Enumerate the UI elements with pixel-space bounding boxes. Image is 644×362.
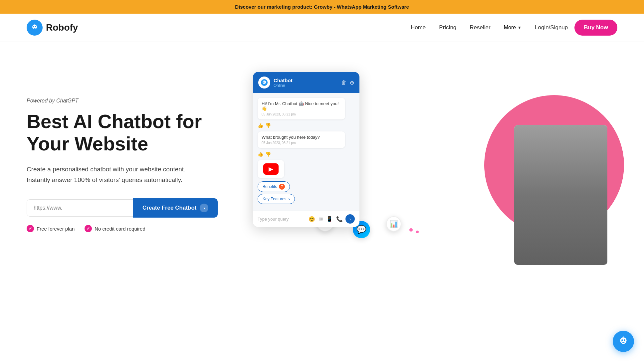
nav-link-pricing[interactable]: Pricing: [439, 24, 456, 31]
chat-action-icons: 😊 ✉ 📱 📞: [309, 216, 343, 222]
chat-body: Hi! I'm Mr. Chatbot 🤖 Nice to meet you! …: [253, 93, 359, 211]
svg-point-2: [33, 26, 34, 27]
nav-item-reseller[interactable]: Reseller: [470, 24, 490, 31]
float-sheets-icon: 📊: [386, 216, 401, 232]
svg-point-9: [264, 82, 265, 83]
hero-title-line1: Best AI Chatbot for: [27, 110, 202, 132]
url-input-field[interactable]: [27, 199, 133, 217]
chat-header: Chatbot Online 🗑 ⊕: [253, 72, 359, 93]
youtube-play-icon[interactable]: ▶: [263, 163, 279, 175]
logo-icon: [27, 20, 43, 36]
benefits-count: 7: [279, 184, 285, 190]
svg-point-5: [34, 24, 35, 25]
settings-icon[interactable]: ⊕: [350, 80, 354, 86]
youtube-embed[interactable]: ▶: [258, 160, 284, 178]
chat-bot-avatar: [258, 77, 270, 89]
chat-msg-1-time: 05 Jun 2023, 05:21 pm: [262, 112, 341, 116]
svg-point-3: [35, 26, 36, 27]
hero-left-content: Powered by ChatGPT Best AI Chatbot for Y…: [27, 98, 233, 232]
logo-text: Robofy: [46, 22, 78, 33]
url-input-form: Create Free Chatbot ›: [27, 198, 233, 218]
hero-right-illustration: Chatbot Online 🗑 ⊕ Hi! I'm Mr. Chatbot 🤖…: [233, 65, 617, 265]
chat-input-placeholder: Type your query: [258, 217, 306, 222]
login-signup-link[interactable]: Login/Signup: [535, 24, 568, 31]
thumbs-down-icon[interactable]: 👎: [265, 123, 271, 128]
more-dropdown-btn[interactable]: More ▼: [504, 25, 522, 31]
arrow-right-icon: ›: [200, 204, 208, 212]
hero-description: Create a personalised chatbot with your …: [27, 164, 206, 185]
chatbot-status: Online: [274, 83, 338, 88]
chat-send-button[interactable]: ›: [345, 214, 355, 224]
trash-icon[interactable]: 🗑: [341, 80, 346, 86]
chat-reactions-2: 👍 👎: [258, 151, 355, 157]
chat-header-actions: 🗑 ⊕: [341, 80, 354, 86]
chat-input-area: Type your query 😊 ✉ 📱 📞 ›: [253, 211, 359, 227]
benefits-chip[interactable]: Benefits 7: [258, 181, 290, 192]
trust-badges: ✓ Free forever plan ✓ No credit card req…: [27, 225, 233, 232]
sheets-emoji: 📊: [390, 220, 398, 228]
hero-section: Powered by ChatGPT Best AI Chatbot for Y…: [0, 42, 644, 281]
hero-title-line2: Your Website: [27, 133, 148, 154]
thumbs-up-2-icon[interactable]: 👍: [258, 151, 263, 157]
chat-widget: Chatbot Online 🗑 ⊕ Hi! I'm Mr. Chatbot 🤖…: [253, 72, 359, 227]
thumbs-down-2-icon[interactable]: 👎: [265, 151, 271, 157]
email-icon[interactable]: ✉: [319, 216, 323, 222]
svg-point-8: [263, 82, 264, 83]
chat-msg-2-text: What brought you here today?: [262, 135, 320, 140]
create-chatbot-label: Create Free Chatbot: [142, 205, 196, 211]
more-label: More: [504, 25, 516, 31]
key-features-label: Key Features: [263, 197, 286, 201]
nav-link-home[interactable]: Home: [411, 24, 426, 31]
connector-dot-2: [416, 231, 419, 233]
logo[interactable]: Robofy: [27, 20, 78, 36]
chat-reactions-1: 👍 👎: [258, 123, 355, 128]
badge-no-card: ✓ No credit card required: [85, 225, 145, 232]
chat-header-info: Chatbot Online: [274, 78, 338, 88]
benefits-label: Benefits: [263, 184, 277, 189]
svg-point-7: [263, 81, 266, 84]
badge-no-card-label: No credit card required: [95, 226, 145, 232]
nav-item-home[interactable]: Home: [411, 24, 426, 31]
woman-silhouette: [514, 125, 607, 265]
chevron-down-icon: ▼: [518, 25, 522, 30]
nav-links: Home Pricing Reseller More ▼: [411, 24, 522, 31]
chat-msg-2-time: 05 Jun 2023, 05:21 pm: [262, 141, 341, 145]
nav-item-pricing[interactable]: Pricing: [439, 24, 456, 31]
check-icon-free: ✓: [27, 225, 34, 232]
emoji-icon[interactable]: 😊: [309, 216, 315, 222]
badge-free-label: Free forever plan: [37, 226, 75, 232]
top-banner[interactable]: Discover our marketing product: Growby -…: [0, 0, 644, 14]
navbar: Robofy Home Pricing Reseller More ▼ Logi…: [0, 14, 644, 42]
chat-msg-1-text: Hi! I'm Mr. Chatbot 🤖 Nice to meet you! …: [262, 101, 339, 111]
whatsapp-small-icon[interactable]: 📱: [326, 216, 333, 222]
messenger-emoji: 💬: [356, 225, 366, 234]
chatbot-name: Chatbot: [274, 78, 338, 83]
nav-link-reseller[interactable]: Reseller: [470, 24, 490, 31]
nav-item-more[interactable]: More ▼: [504, 25, 522, 31]
chatbot-icon: [261, 79, 268, 86]
powered-by-text: Powered by ChatGPT: [27, 98, 233, 104]
robofy-svg-icon: [30, 23, 40, 33]
create-chatbot-button[interactable]: Create Free Chatbot ›: [133, 198, 218, 218]
thumbs-up-icon[interactable]: 👍: [258, 123, 263, 128]
banner-text: Discover our marketing product: Growby -…: [235, 4, 409, 10]
chat-chip-buttons: Benefits 7 Key Features ›: [258, 181, 355, 204]
arrow-chip-icon: ›: [288, 196, 290, 202]
hero-title: Best AI Chatbot for Your Website: [27, 110, 233, 155]
chat-message-1: Hi! I'm Mr. Chatbot 🤖 Nice to meet you! …: [258, 98, 345, 119]
key-features-chip[interactable]: Key Features ›: [258, 194, 295, 204]
chat-message-2: What brought you here today? 05 Jun 2023…: [258, 131, 345, 148]
connector-dot-1: [409, 228, 413, 232]
buy-now-button[interactable]: Buy Now: [574, 20, 617, 36]
phone-icon[interactable]: 📞: [336, 216, 343, 222]
badge-free-plan: ✓ Free forever plan: [27, 225, 75, 232]
woman-image: [514, 125, 607, 265]
check-icon-no-card: ✓: [85, 225, 92, 232]
